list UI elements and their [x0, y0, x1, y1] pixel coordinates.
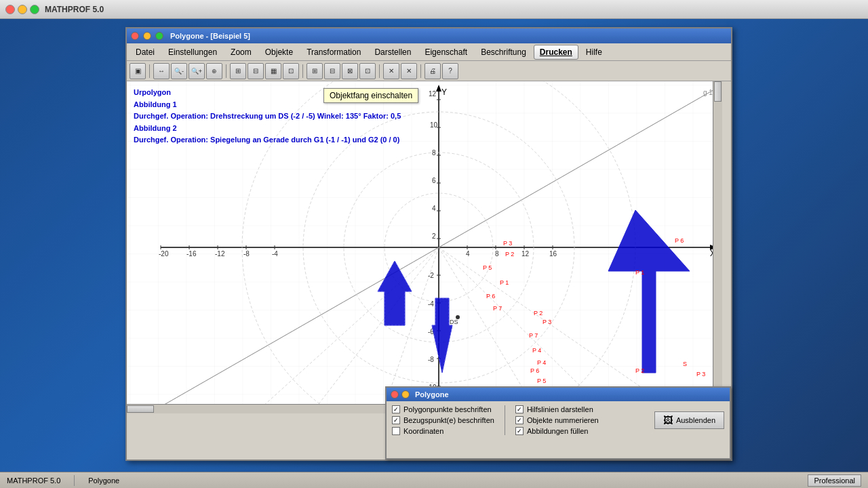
svg-text:P 3: P 3 [696, 371, 705, 378]
tool-close2[interactable]: ✕ [401, 63, 417, 79]
check-nummerieren[interactable] [515, 416, 524, 424]
menu-transformation[interactable]: Transformation [300, 45, 367, 60]
menu-darstellen[interactable]: Darstellen [368, 45, 417, 60]
menu-objekte[interactable]: Objekte [259, 45, 299, 60]
scrollbar-thumb-v[interactable] [714, 81, 722, 102]
close-btn[interactable] [5, 5, 15, 14]
tool-zoom-fit[interactable]: ⊕ [206, 63, 222, 79]
menu-hilfe[interactable]: Hilfe [580, 45, 608, 60]
tool-zoom-in[interactable]: 🔍+ [189, 63, 205, 79]
svg-text:2: 2 [432, 232, 436, 240]
toolbar-sep4 [379, 64, 380, 78]
menu-drucken[interactable]: Drucken [534, 45, 578, 60]
polygon-dialog-title-text: Polygone [415, 390, 449, 399]
check-polygonpunkte-label: Polygonpunkte beschriften [403, 405, 492, 413]
check-koordinaten[interactable] [392, 427, 400, 435]
svg-text:-2: -2 [428, 272, 434, 279]
dialog-row-3: Koordinaten [392, 427, 494, 435]
tool-view3[interactable]: ⊠ [342, 63, 358, 79]
dialog-row-6: Abbildungen füllen [515, 427, 599, 435]
app-title: MATHPROF 5.0 [45, 5, 104, 14]
polygon-dialog: Polygone Polygonpunkte beschriften Bezug… [385, 386, 731, 460]
dialog-row-5: Objekte nummerieren [515, 416, 599, 424]
svg-text:P 3: P 3 [542, 319, 551, 325]
toolbar-sep1 [149, 64, 150, 78]
inner-max-btn[interactable] [155, 32, 163, 40]
svg-text:-4: -4 [272, 250, 278, 258]
svg-text:P 7: P 7 [493, 305, 502, 312]
svg-text:-4: -4 [428, 300, 434, 308]
tool-select[interactable]: ▣ [130, 63, 146, 79]
tool-grid4[interactable]: ⊡ [283, 63, 299, 79]
dialog-col-left: Polygonpunkte beschriften Bezugspunkt(e)… [392, 405, 494, 435]
toolbar-sep5 [420, 64, 421, 78]
tool-grid1[interactable]: ⊞ [230, 63, 246, 79]
main-window: Polygone - [Beispiel 5] Datei Einstellun… [125, 27, 732, 461]
svg-text:10: 10 [430, 121, 438, 129]
dialog-min-btn[interactable] [401, 390, 410, 399]
svg-text:P 6: P 6 [530, 367, 539, 374]
max-btn[interactable] [30, 5, 39, 14]
tool-grid2[interactable]: ⊟ [248, 63, 264, 79]
inner-close-btn[interactable] [131, 32, 139, 40]
inner-min-btn[interactable] [143, 32, 151, 40]
tool-grid3[interactable]: ▦ [265, 63, 281, 79]
min-btn[interactable] [18, 5, 27, 14]
svg-text:P 2: P 2 [635, 367, 644, 374]
svg-text:P 5: P 5 [483, 264, 492, 271]
scrollbar-vertical[interactable] [713, 81, 722, 413]
toolbar: ▣ ↔ 🔍- 🔍+ ⊕ ⊞ ⊟ ▦ ⊡ ⊞ ⊟ ⊠ ⊡ ✕ ✕ 🖨 ? [127, 61, 731, 81]
dialog-close-btn[interactable] [391, 390, 399, 399]
status-module: Polygone [88, 476, 119, 485]
scrollbar-thumb-h[interactable] [127, 405, 154, 413]
dialog-col-right: Hilfslinien darstellen Objekte nummerier… [515, 405, 599, 435]
polygon-dialog-title-bar: Polygone [387, 388, 730, 401]
check-bezugspunkt-label: Bezugspunkt(e) beschriften [403, 416, 494, 424]
menu-beschriftung[interactable]: Beschriftung [475, 45, 532, 60]
svg-text:16: 16 [549, 250, 557, 258]
dialog-row-4: Hilfslinien darstellen [515, 405, 599, 413]
ausblenden-button[interactable]: 🖼 Ausblenden [654, 411, 724, 429]
info-line3: Durchgef. Operation: Drehstreckung um DS… [134, 110, 401, 123]
svg-text:P 1: P 1 [500, 279, 509, 286]
menu-einstellungen[interactable]: Einstellungen [162, 45, 223, 60]
check-polygonpunkte[interactable] [392, 405, 400, 413]
svg-text:P 4: P 4 [537, 359, 546, 366]
status-bar: MATHPROF 5.0 Polygone Professional [0, 472, 868, 488]
status-edition: Professional [808, 474, 861, 487]
svg-text:6: 6 [432, 177, 436, 184]
svg-text:-8: -8 [243, 250, 250, 258]
inner-title: Polygone - [Beispiel 5] [170, 32, 250, 40]
svg-text:DS: DS [450, 319, 458, 325]
inner-title-bar: Polygone - [Beispiel 5] [127, 28, 731, 43]
svg-text:S: S [683, 361, 687, 367]
tool-close1[interactable]: ✕ [383, 63, 399, 79]
check-koordinaten-label: Koordinaten [403, 427, 443, 435]
check-abbildungen[interactable] [515, 427, 524, 435]
check-hilfslinien[interactable] [515, 405, 524, 413]
svg-text:12: 12 [429, 90, 437, 98]
tool-zoom-out[interactable]: 🔍- [171, 63, 187, 79]
svg-text:-16: -16 [186, 250, 197, 258]
check-bezugspunkt[interactable] [392, 416, 400, 424]
check-abbildungen-label: Abbildungen füllen [527, 427, 589, 435]
tool-view1[interactable]: ⊞ [307, 63, 323, 79]
svg-text:-12: -12 [215, 250, 225, 258]
title-bar-buttons [5, 5, 39, 14]
menu-eigenschaft[interactable]: Eigenschaft [418, 45, 473, 60]
tool-print[interactable]: 🖨 [425, 63, 441, 79]
tool-move[interactable]: ↔ [153, 63, 170, 79]
tooltip-text: Objektfang einschalten [330, 91, 412, 100]
canvas-area: Urpolygon Abbildung 1 Durchgef. Operatio… [127, 81, 722, 413]
status-app-name: MATHPROF 5.0 [7, 476, 60, 485]
tool-view4[interactable]: ⊡ [359, 63, 376, 79]
svg-text:P 6: P 6 [675, 237, 684, 244]
tool-view2[interactable]: ⊟ [324, 63, 340, 79]
menu-datei[interactable]: Datei [130, 45, 161, 60]
svg-text:-20: -20 [159, 250, 169, 258]
check-nummerieren-label: Objekte nummerieren [527, 416, 599, 424]
svg-text:Y: Y [441, 87, 447, 97]
tool-help[interactable]: ? [442, 63, 458, 79]
menu-zoom[interactable]: Zoom [224, 45, 258, 60]
toolbar-sep2 [226, 64, 226, 78]
